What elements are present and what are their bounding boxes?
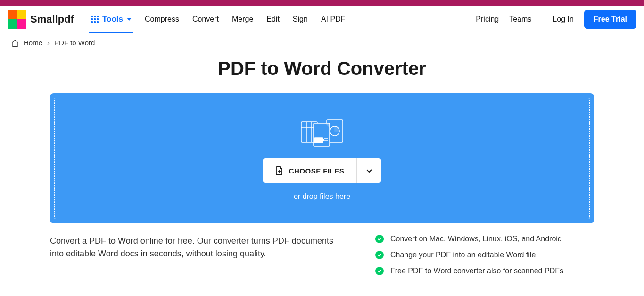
- feature-item: Convert on Mac, Windows, Linux, iOS, and…: [375, 235, 563, 243]
- file-drop-zone[interactable]: PDF CHOOSE FILES or drop files here: [50, 93, 594, 223]
- feature-text: Convert on Mac, Windows, Linux, iOS, and…: [390, 235, 562, 243]
- chevron-right-icon: ›: [47, 39, 50, 47]
- login-link[interactable]: Log In: [553, 15, 573, 24]
- breadcrumb-home[interactable]: Home: [24, 39, 42, 47]
- choose-files-group: CHOOSE FILES: [55, 158, 589, 183]
- below-section: Convert a PDF to Word online for free. O…: [0, 223, 644, 275]
- page-title: PDF to Word Converter: [0, 58, 644, 79]
- main-nav: Tools Compress Convert Merge Edit Sign A…: [91, 6, 346, 33]
- tools-dropdown[interactable]: Tools: [91, 6, 132, 33]
- header-right: Pricing Teams Log In Free Trial: [476, 10, 636, 29]
- feature-text: Free PDF to Word converter also for scan…: [390, 267, 563, 275]
- main-header: Smallpdf Tools Compress Convert Merge Ed…: [0, 6, 644, 33]
- nav-convert[interactable]: Convert: [192, 15, 219, 24]
- nav-edit[interactable]: Edit: [266, 15, 280, 24]
- file-types-icon: PDF: [55, 118, 589, 147]
- logo-icon: [8, 10, 26, 29]
- tools-label: Tools: [102, 15, 123, 24]
- nav-merge[interactable]: Merge: [232, 15, 253, 24]
- chevron-down-icon: [127, 18, 132, 21]
- free-trial-button[interactable]: Free Trial: [584, 10, 636, 29]
- check-icon: [375, 267, 384, 275]
- choose-source-dropdown[interactable]: [356, 158, 381, 183]
- apps-grid-icon: [91, 16, 99, 23]
- check-icon: [375, 251, 384, 259]
- brand-logo[interactable]: Smallpdf: [8, 10, 74, 29]
- feature-list: Convert on Mac, Windows, Linux, iOS, and…: [375, 235, 563, 275]
- breadcrumb: Home › PDF to Word: [0, 33, 644, 52]
- page-description: Convert a PDF to Word online for free. O…: [50, 235, 342, 260]
- svg-text:PDF: PDF: [315, 138, 324, 143]
- drop-inner: PDF CHOOSE FILES or drop files here: [54, 98, 590, 219]
- vertical-divider: [542, 13, 542, 26]
- nav-sign[interactable]: Sign: [293, 15, 308, 24]
- choose-files-label: CHOOSE FILES: [289, 167, 345, 175]
- active-underline: [89, 32, 133, 33]
- choose-files-button[interactable]: CHOOSE FILES: [263, 158, 357, 183]
- home-icon: [11, 39, 19, 47]
- chevron-down-icon: [365, 167, 373, 174]
- promo-banner: [0, 0, 644, 6]
- drop-hint: or drop files here: [55, 192, 589, 201]
- brand-name: Smallpdf: [30, 13, 74, 25]
- feature-text: Change your PDF into an editable Word fi…: [390, 251, 536, 259]
- nav-ai-pdf[interactable]: AI PDF: [321, 15, 346, 24]
- nav-compress[interactable]: Compress: [145, 15, 179, 24]
- nav-teams[interactable]: Teams: [509, 15, 531, 24]
- feature-item: Change your PDF into an editable Word fi…: [375, 251, 563, 259]
- breadcrumb-current[interactable]: PDF to Word: [54, 39, 95, 47]
- check-icon: [375, 235, 384, 243]
- file-add-icon: [275, 166, 283, 175]
- feature-item: Free PDF to Word converter also for scan…: [375, 267, 563, 275]
- nav-pricing[interactable]: Pricing: [476, 15, 499, 24]
